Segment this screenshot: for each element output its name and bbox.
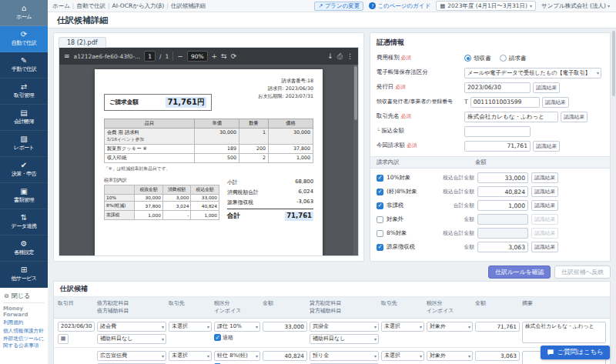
more-options-icon[interactable]: ⋮ (346, 53, 353, 60)
debit-subaccount-select[interactable]: 補助科目なし (97, 334, 166, 344)
evidence-title: 証憑情報 (377, 38, 604, 48)
billed-amount-input[interactable]: 71,761 (464, 141, 531, 152)
plan-change-button[interactable]: ↗ プランの変更 (314, 2, 363, 11)
apply-to-journal-button[interactable]: 仕訳候補へ反映 (554, 265, 611, 279)
brand-logo: Money Forward (3, 306, 45, 318)
print-icon[interactable]: ⎙ (337, 53, 343, 60)
debit-partner-select[interactable]: 未選択 (169, 351, 212, 361)
expense-type-field: 費用種別必須 領収書 請求書 (377, 52, 604, 64)
credit-tax-select[interactable]: 対象外 (427, 351, 473, 361)
credit-tax-select[interactable]: 対象外 (427, 322, 473, 332)
registration-number-input[interactable]: 0011101003599 (470, 97, 540, 108)
memo-input[interactable]: 株式会社カレもな・ふわっと (522, 322, 606, 343)
credit-partner-select[interactable]: 未選択 (381, 322, 424, 332)
debit-amount-input[interactable]: 33,000 (263, 322, 307, 332)
recognized-result-button[interactable]: 認識結果 (531, 242, 558, 252)
recognized-result-button[interactable]: 認識結果 (542, 97, 569, 108)
issue-date-input[interactable]: 2023/06/30 (464, 82, 531, 93)
sidebar-item-settings[interactable]: ⚙ 各種設定 (0, 235, 48, 262)
journal-section: 仕訳ルールを確認 仕訳候補へ反映 仕訳候補 取引日 借方勘定科目借方補助科目 取… (53, 265, 611, 364)
credit-partner-select[interactable]: 未選択 (381, 351, 424, 361)
breakdown-checkbox[interactable] (377, 175, 383, 182)
breakdown-amount-input[interactable]: 33,000 (477, 172, 528, 183)
rotate-icon[interactable]: ⟳ (231, 53, 237, 60)
check-journal-rules-button[interactable]: 仕訳ルールを確認 (488, 265, 551, 279)
breakdown-checkbox[interactable] (377, 189, 383, 195)
credit-amount-input[interactable]: 71,761 (475, 322, 520, 332)
sidebar-item-documents[interactable]: ▣ 書類管理 (0, 183, 48, 209)
receipt-radio-label[interactable]: 領収書 (474, 55, 491, 62)
debit-partner-select[interactable]: 未選択 (169, 322, 212, 332)
debit-tax-select[interactable]: 軽仕 8%(軽) (214, 351, 260, 361)
invoice-radio-label[interactable]: 請求書 (509, 55, 527, 62)
sidebar-item-home[interactable]: ⌂ ホーム (0, 0, 48, 26)
breadcrumb-auto-journal[interactable]: 自動で仕訳 (76, 2, 109, 10)
debit-account-select[interactable]: 広告宣伝費 (97, 351, 166, 361)
breakdown-amount-input[interactable]: 1,000 (477, 200, 528, 211)
sidebar-nav: ⌂ ホーム ⟳ 自動で仕訳 ✎ 手動で仕訳 ⇄ 取引管理 ▤ 会計帳簿 ▨ レポ… (0, 0, 48, 288)
download-icon[interactable]: ↓ (327, 53, 333, 60)
sidebar-item-manual-journal[interactable]: ✎ 手動で仕訳 (0, 52, 48, 78)
recognized-result-button[interactable]: 認識結果 (531, 186, 558, 197)
credit-account-select[interactable]: 預り金 (310, 351, 379, 361)
sidebar-item-ledger[interactable]: ▤ 会計帳簿 (0, 105, 48, 131)
breadcrumb-home[interactable]: ホーム (52, 2, 74, 10)
reduced-tax-note: 「※」は軽減税率対象品目です。 (104, 165, 313, 172)
sidebar-item-report[interactable]: ▨ レポート (0, 131, 48, 157)
sidebar-item-auto-journal[interactable]: ⟳ 自動で仕訳 (0, 26, 48, 52)
file-tab[interactable]: 18 (2).pdf (59, 37, 106, 48)
sidebar-item-other-services[interactable]: ⊞ 他サービス (0, 262, 48, 288)
debit-amount-input[interactable]: 40,824 (263, 351, 307, 361)
transfer-amount-input[interactable] (464, 126, 531, 137)
external-transmission-link[interactable]: 外部送信ツールに関する公表事項 (3, 336, 45, 349)
invoice-radio[interactable] (500, 55, 507, 62)
pdf-scrollbar[interactable] (353, 65, 358, 255)
zoom-in-icon[interactable]: + (212, 53, 218, 60)
journal-row: 2023/06/30 ▦ 諸会費 補助科目なし 未選択 課仕 10% 適格 33… (54, 319, 610, 348)
calendar-icon[interactable]: ▦ (58, 334, 69, 344)
sidebar-item-data-link[interactable]: ⇅ データ連携 (0, 209, 48, 235)
sidebar-collapse-button[interactable]: ⊖ 閉じる (3, 289, 45, 303)
zoom-out-icon[interactable]: − (177, 53, 183, 60)
reg-prefix: T (464, 99, 468, 105)
invoice-due-date: お支払期限: 2023/07/31 (258, 92, 313, 100)
recognized-result-button[interactable]: 認識結果 (533, 82, 560, 93)
recognized-result-button[interactable]: 認識結果 (531, 172, 558, 183)
window-scrollbar[interactable] (611, 28, 616, 364)
terms-link[interactable]: 利用規約 (3, 319, 45, 326)
debit-account-select[interactable]: 諸会費 (97, 322, 166, 332)
debit-tax-select[interactable]: 課仕 10% (214, 322, 260, 332)
sidebar-item-transactions[interactable]: ⇄ 取引管理 (0, 78, 48, 105)
denpo-select[interactable]: メールや電子データで受領したもの【電子取引】 (464, 68, 601, 78)
recognized-result-button[interactable]: 認識結果 (533, 141, 560, 152)
fit-width-icon[interactable]: ⇆ (221, 53, 227, 60)
breakdown-checkbox[interactable] (377, 202, 383, 209)
fiscal-year-selector[interactable]: ▦ 2023年度 (4月1日〜3月31日) ▾ (436, 1, 536, 11)
breakdown-amount-input[interactable]: 3,063 (477, 242, 528, 252)
breakdown-amount-input[interactable]: 40,824 (477, 186, 528, 197)
breakdown-amount-input[interactable] (477, 214, 528, 225)
transaction-date-input[interactable]: 2023/06/30 (58, 322, 95, 332)
privacy-link[interactable]: 個人情報保護方針 (3, 328, 45, 335)
pdf-page-input[interactable]: 1 (144, 51, 156, 62)
breakdown-checkbox[interactable] (377, 230, 383, 237)
breadcrumb-ai-ocr[interactable]: AI-OCRから入力(β) (112, 2, 169, 10)
tax-breakdown: 税率別内訳 税抜金額 消費税額 税込金額 (104, 177, 219, 222)
page-guide-link[interactable]: ? このページのガイド (369, 2, 430, 10)
receipt-radio[interactable] (464, 55, 471, 62)
sidebar-item-closing[interactable]: ✔ 決算・申告 (0, 157, 48, 183)
qualified-invoice-checkbox[interactable] (214, 334, 221, 341)
zoom-level[interactable]: 90% (187, 51, 208, 62)
credit-subaccount-select[interactable]: 補助科目なし (310, 334, 379, 344)
breakdown-checkbox[interactable] (377, 216, 383, 223)
recognized-result-button[interactable]: 認識結果 (531, 200, 558, 211)
contact-chat-button[interactable]: ご質問はこちら (541, 346, 611, 359)
breakdown-amount-input[interactable] (477, 228, 528, 239)
credit-amount-input[interactable]: 3,063 (475, 351, 520, 361)
company-selector[interactable]: サンプル株式会社 (法人) ▾ (541, 2, 610, 10)
partner-name-input[interactable]: 株式会社カレもな・ふわっと (464, 112, 558, 122)
recognized-result-button[interactable]: 認識結果 (561, 112, 588, 122)
credit-account-select[interactable]: 買掛金 (310, 322, 379, 332)
breakdown-checkbox[interactable] (377, 244, 383, 251)
pdf-menu-icon[interactable]: ≡ (64, 53, 70, 60)
